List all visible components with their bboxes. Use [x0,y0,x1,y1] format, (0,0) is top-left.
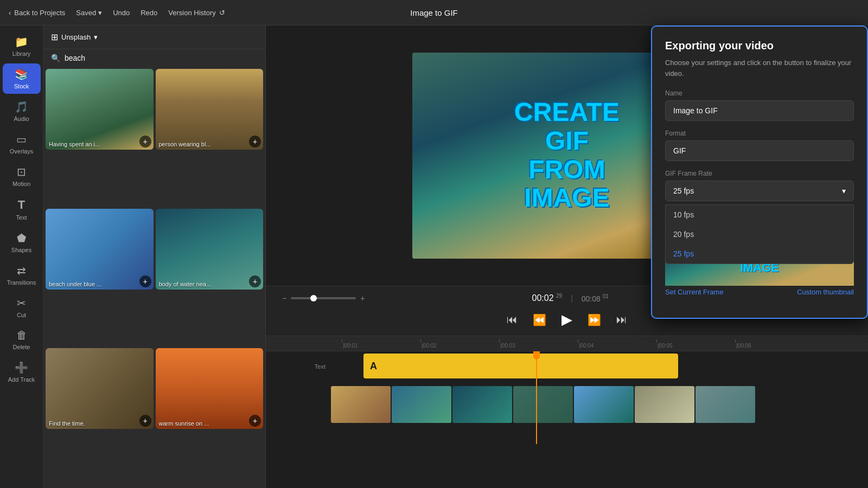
search-input[interactable] [65,54,258,62]
list-item[interactable]: warm sunrise on ... + [156,348,264,429]
video-strip-thumb-1 [331,386,391,423]
sidebar-item-transitions[interactable]: ⇄ Transitions [3,260,41,290]
thumb-label-3: beach under blue ... [49,281,101,287]
add-track-icon: ➕ [15,361,28,374]
sidebar-item-delete[interactable]: 🗑 Delete [3,325,41,355]
sidebar-item-cut[interactable]: ✂ Cut [3,292,41,323]
media-grid: Having spent an i... + person wearing bl… [43,67,265,488]
video-strip-thumb-5 [574,386,634,423]
sidebar-item-label-library: Library [12,50,31,57]
export-name-input[interactable] [665,100,854,121]
sidebar-item-add-track[interactable]: ➕ Add Track [3,357,41,387]
cut-icon: ✂ [17,297,26,310]
sidebar-item-motion[interactable]: ⊡ Motion [3,161,41,191]
fps-dropdown[interactable]: 25 fps ▾ [665,181,854,201]
thumb-label-5: Find the time. [49,420,85,427]
list-item[interactable]: Having spent an i... + [46,69,154,150]
preview-text-overlay: CREATE GIF FROM IMAGE [514,98,620,213]
fps-current-value: 25 fps [673,187,694,195]
timeline-ruler: |00:01 |00:02 |00:03 |00:04 |00:05 |00:0… [266,336,868,351]
playhead[interactable] [536,351,537,444]
fps-option-25[interactable]: 25 fps [666,244,853,264]
sidebar-item-text[interactable]: T Text [3,194,41,225]
fps-dropdown-wrapper: 25 fps ▾ 10 fps 20 fps 25 fps [665,181,854,201]
stock-icon: 📚 [15,68,28,81]
name-label: Name [665,89,854,97]
library-icon: 📁 [15,35,28,48]
sidebar-item-label-add-track: Add Track [8,376,35,383]
topbar: ‹ Back to Projects Saved ▾ Undo Redo Ver… [0,0,868,25]
zoom-slider[interactable] [291,297,356,299]
fps-label: GIF Frame Rate [665,170,854,177]
thumb-label-4: body of water nea... [159,281,212,287]
list-item[interactable]: body of water nea... + [156,209,264,290]
sidebar-item-overlays[interactable]: ▭ Overlays [3,129,41,159]
text-icon: T [18,198,25,212]
saved-indicator[interactable]: Saved ▾ [76,9,102,17]
redo-button[interactable]: Redo [141,9,157,17]
add-media-button-3[interactable]: + [139,275,151,287]
back-arrow-icon: ‹ [9,9,11,17]
current-time: 00:02 29 [532,293,563,303]
text-block[interactable]: A [363,354,678,378]
search-icon: 🔍 [51,54,60,62]
thumbnail-actions: Set Current Frame Custom thumbnail [665,286,854,298]
add-media-button-4[interactable]: + [249,275,261,287]
text-track: Text A [266,351,868,381]
add-media-button-2[interactable]: + [249,136,261,147]
back-label: Back to Projects [14,9,65,17]
motion-icon: ⊡ [17,165,26,178]
undo-button[interactable]: Undo [113,9,130,17]
preview-text-line4: IMAGE [514,184,620,213]
sidebar-item-library[interactable]: 📁 Library [3,31,41,61]
back-to-projects-button[interactable]: ‹ Back to Projects [9,9,65,17]
version-history-button[interactable]: Version History ↺ [168,9,225,17]
export-subtitle: Choose your settings and click on the bu… [665,57,854,79]
zoom-thumb[interactable] [310,295,317,301]
unsplash-dropdown-icon: ▾ [94,33,98,41]
ruler-mark-1: |00:01 [342,343,420,349]
list-item[interactable]: person wearing bl... + [156,69,264,150]
left-sidebar: 📁 Library 📚 Stock 🎵 Audio ▭ Overlays ⊡ M… [0,25,43,488]
unsplash-source-button[interactable]: ⊞ Unsplash ▾ [51,32,98,42]
time-display: 00:02 29 | 00:08 01 [532,293,609,303]
rewind-button[interactable]: ⏪ [531,311,548,329]
timeline-area: |00:01 |00:02 |00:03 |00:04 |00:05 |00:0… [266,336,868,444]
play-button[interactable]: ▶ [559,309,575,330]
sidebar-item-label-shapes: Shapes [11,247,31,253]
fps-option-20[interactable]: 20 fps [666,224,853,244]
sidebar-item-label-transitions: Transitions [7,279,36,286]
sidebar-item-audio[interactable]: 🎵 Audio [3,96,41,126]
custom-thumbnail-button[interactable]: Custom thumbnail [797,288,854,296]
set-current-frame-button[interactable]: Set Current Frame [665,288,724,296]
video-strip [331,386,868,423]
video-strip-thumb-4 [513,386,573,423]
ruler-mark-6: |00:06 [735,343,814,349]
sidebar-item-label-cut: Cut [17,312,26,318]
sidebar-item-shapes[interactable]: ⬟ Shapes [3,227,41,258]
add-media-button-5[interactable]: + [139,415,151,427]
fps-option-10[interactable]: 10 fps [666,205,853,224]
ruler-mark-5: |00:05 [656,343,735,349]
video-strip-thumb-6 [635,386,694,423]
shapes-icon: ⬟ [17,232,26,245]
skip-start-button[interactable]: ⏮ [505,311,520,328]
video-strip-thumb-3 [452,386,512,423]
list-item[interactable]: beach under blue ... + [46,209,154,290]
sidebar-item-stock[interactable]: 📚 Stock [3,63,41,94]
zoom-row: − + [282,292,365,305]
sidebar-item-label-delete: Delete [13,344,30,350]
skip-end-button[interactable]: ⏭ [614,311,629,328]
list-item[interactable]: Find the time. + [46,348,154,429]
export-panel: Exporting your video Choose your setting… [651,25,868,319]
add-media-button-1[interactable]: + [139,136,151,147]
media-source-header: ⊞ Unsplash ▾ [43,25,265,49]
zoom-out-icon: − [282,294,286,303]
export-format-input[interactable] [665,140,854,161]
video-track [266,384,868,423]
unsplash-grid-icon: ⊞ [51,32,58,42]
ruler-mark-2: |00:02 [420,343,499,349]
fast-forward-button[interactable]: ⏩ [585,311,603,329]
video-strip-thumb-2 [392,386,451,423]
thumb-label-1: Having spent an i... [49,141,100,147]
